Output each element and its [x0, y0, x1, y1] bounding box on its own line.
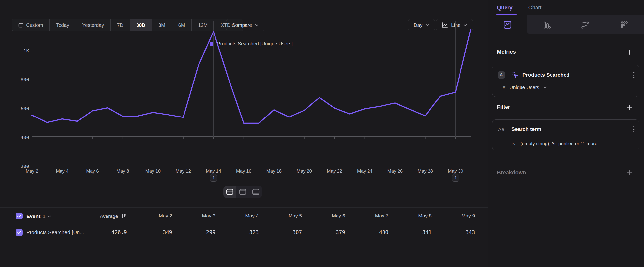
annotation-badge[interactable]: 1	[210, 174, 217, 181]
layout-toggle-split-view[interactable]	[223, 186, 236, 198]
x-axis-label: May 22	[320, 168, 349, 174]
aggregation-label: Unique Users	[510, 85, 539, 90]
x-axis-label: May 2	[17, 168, 47, 174]
event-header-checkbox[interactable]	[16, 212, 23, 219]
layout-toggle-group	[223, 186, 262, 198]
chart-type-tab-bar[interactable]	[527, 15, 566, 35]
table-cell-value: 400	[354, 229, 388, 235]
x-axis-label: May 30	[441, 168, 470, 174]
plus-icon	[626, 169, 633, 176]
tab-query[interactable]: Query	[497, 5, 513, 11]
y-axis-label: 400	[14, 135, 29, 140]
x-axis-label: May 4	[48, 168, 77, 174]
annotation-badge[interactable]: 1	[452, 174, 459, 181]
layout-toggle-table-only-view[interactable]	[250, 186, 262, 198]
y-axis-label: 600	[14, 106, 29, 111]
add-breakdown-button[interactable]	[626, 169, 633, 176]
x-axis-label: May 24	[350, 168, 380, 174]
filter-card[interactable]: Aa Search term Is (empty string), Air pu…	[492, 119, 639, 150]
event-row-checkbox[interactable]	[16, 229, 23, 236]
event-row-average: 426.9	[78, 229, 127, 235]
bar-chart-icon	[542, 20, 551, 30]
chart-type-tab-insights-line[interactable]	[488, 15, 527, 35]
table-column-divider	[132, 208, 133, 240]
x-axis-label: May 6	[78, 168, 107, 174]
retention-grid-icon	[620, 20, 629, 30]
metric-card[interactable]: A Products Searched # Unique Users	[492, 65, 639, 97]
breakdown-header: Breakdown	[497, 169, 526, 176]
chevron-down-icon	[544, 86, 547, 89]
x-axis-label: May 12	[168, 168, 198, 174]
event-count: 1	[42, 213, 46, 219]
main-panel: CustomTodayYesterday7D30D3M6M12MXTD Comp…	[0, 0, 488, 267]
y-axis-label: 1K	[14, 48, 29, 54]
tab-strip-divider	[605, 18, 605, 32]
event-pointer-icon	[511, 71, 520, 80]
table-date-header[interactable]: May 6	[311, 213, 345, 219]
filter-header: Filter	[497, 104, 510, 110]
kebab-icon	[633, 126, 635, 133]
table-date-header[interactable]: May 8	[397, 213, 432, 219]
table-date-header[interactable]: May 3	[181, 213, 216, 219]
checkmark-icon	[17, 214, 21, 218]
x-axis-label: May 28	[410, 168, 440, 174]
filter-condition[interactable]: Is (empty string), Air purifier, or 11 m…	[512, 141, 597, 146]
table-date-header[interactable]: May 2	[138, 213, 172, 219]
chart-type-tab-retention-grid[interactable]	[605, 15, 644, 35]
table-date-header[interactable]: May 7	[354, 213, 388, 219]
metric-kebab-menu[interactable]	[632, 71, 636, 79]
flow-icon	[580, 20, 590, 30]
event-header-label: Event	[26, 213, 40, 219]
y-axis-label: 800	[14, 77, 29, 82]
chart-type-tab-flow[interactable]	[566, 15, 605, 35]
x-axis-label: May 18	[259, 168, 289, 174]
table-cell-value: 299	[181, 229, 216, 235]
event-row-label[interactable]: Products Searched [Un...	[26, 229, 84, 235]
query-sidebar: Query Chart	[488, 0, 644, 267]
table-cell-value: 379	[311, 229, 345, 235]
chevron-down-icon	[48, 215, 51, 217]
layout-toggle-chart-only-view[interactable]	[236, 186, 250, 198]
filter-property-name[interactable]: Search term	[512, 126, 541, 132]
table-date-header[interactable]: May 4	[224, 213, 259, 219]
average-column-header[interactable]: Average	[78, 213, 127, 220]
x-axis-label: May 20	[290, 168, 319, 174]
table-date-header[interactable]: May 5	[268, 213, 302, 219]
insights-line-icon	[503, 20, 512, 30]
table-cell-value: 343	[440, 229, 475, 235]
tab-strip-divider	[566, 18, 566, 32]
table-date-header[interactable]: May 9	[440, 213, 475, 219]
data-series-line[interactable]	[32, 30, 470, 123]
metrics-header: Metrics	[497, 49, 516, 55]
add-metric-button[interactable]	[626, 48, 633, 56]
chart-type-tab-strip	[488, 15, 644, 35]
table-header-border	[0, 225, 488, 225]
table-row-border	[0, 240, 488, 240]
string-property-icon: Aa	[498, 127, 504, 132]
table-top-border	[0, 207, 488, 208]
y-axis-label: 200	[14, 164, 29, 169]
table-cell-value: 307	[268, 229, 302, 235]
metric-series-letter: A	[498, 71, 505, 79]
table-cell-value: 323	[224, 229, 259, 235]
event-column-header[interactable]: Event 1	[26, 213, 51, 220]
kebab-icon	[633, 72, 635, 79]
checkmark-icon	[17, 231, 21, 234]
add-filter-button[interactable]	[626, 103, 633, 111]
line-chart[interactable]	[0, 0, 488, 154]
table-cell-value: 349	[138, 229, 172, 235]
table-only-view-icon	[252, 188, 260, 195]
table-cell-value: 341	[397, 229, 432, 235]
x-axis-label: May 8	[108, 168, 138, 174]
aggregation-type-icon: #	[502, 85, 505, 90]
average-header-label: Average	[100, 213, 118, 219]
x-axis-label: May 10	[138, 168, 168, 174]
aggregation-selector[interactable]: # Unique Users	[502, 85, 547, 90]
metric-event-name[interactable]: Products Searched	[522, 72, 570, 78]
filter-kebab-menu[interactable]	[632, 126, 636, 133]
sidebar-tabs: Query Chart	[488, 0, 644, 15]
tab-chart[interactable]: Chart	[528, 5, 542, 11]
split-view-icon	[226, 188, 234, 195]
filter-operator: Is	[512, 141, 515, 146]
x-axis-label: May 26	[380, 168, 410, 174]
